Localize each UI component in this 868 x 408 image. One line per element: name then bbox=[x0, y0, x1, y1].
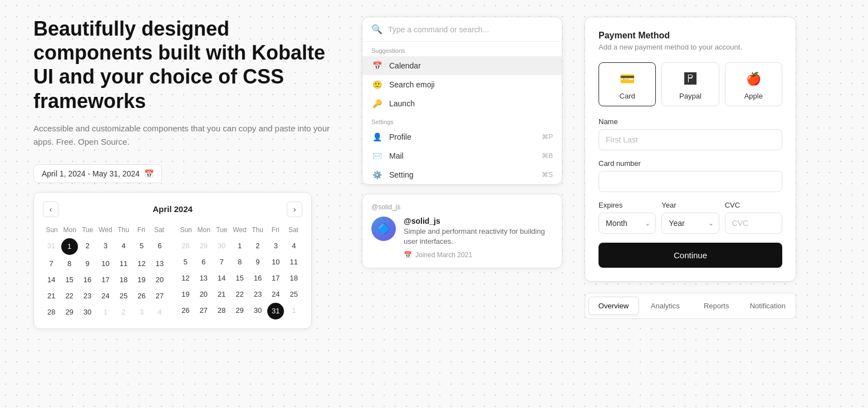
may-day-33[interactable]: 31 bbox=[267, 303, 284, 319]
may-day-2[interactable]: 30 bbox=[213, 238, 230, 253]
may-day-3[interactable]: 1 bbox=[231, 238, 248, 253]
april-day-17[interactable]: 17 bbox=[97, 272, 114, 287]
april-day-15[interactable]: 15 bbox=[61, 272, 77, 287]
april-day-11[interactable]: 11 bbox=[115, 256, 132, 271]
april-day-19[interactable]: 19 bbox=[133, 272, 150, 287]
may-day-5[interactable]: 3 bbox=[267, 238, 284, 253]
may-day-18[interactable]: 16 bbox=[249, 271, 266, 286]
may-day-17[interactable]: 15 bbox=[231, 271, 248, 286]
april-day-10[interactable]: 10 bbox=[97, 256, 114, 271]
april-day-31[interactable]: 1 bbox=[97, 304, 114, 319]
command-item-mail[interactable]: ✉️ Mail ⌘B bbox=[362, 146, 562, 165]
card-number-input[interactable] bbox=[599, 171, 782, 192]
april-day-30[interactable]: 30 bbox=[79, 304, 96, 319]
april-day-8[interactable]: 8 bbox=[61, 256, 77, 271]
tab-analytics[interactable]: Analytics bbox=[641, 297, 690, 315]
may-day-15[interactable]: 13 bbox=[195, 271, 212, 286]
may-day-13[interactable]: 11 bbox=[286, 254, 302, 269]
cvc-input[interactable] bbox=[725, 213, 782, 234]
april-day-21[interactable]: 21 bbox=[43, 288, 60, 303]
april-day-24[interactable]: 24 bbox=[97, 288, 114, 303]
tab-notification[interactable]: Notification bbox=[743, 297, 792, 315]
may-day-11[interactable]: 9 bbox=[249, 254, 266, 269]
april-day-3[interactable]: 3 bbox=[97, 238, 114, 255]
may-day-25[interactable]: 23 bbox=[249, 287, 266, 302]
may-day-22[interactable]: 20 bbox=[195, 287, 212, 302]
april-day-18[interactable]: 18 bbox=[115, 272, 132, 287]
continue-button[interactable]: Continue bbox=[599, 243, 782, 268]
may-day-6[interactable]: 4 bbox=[286, 238, 302, 253]
payment-method-card[interactable]: 💳 Card bbox=[599, 62, 656, 106]
april-day-16[interactable]: 16 bbox=[79, 272, 96, 287]
april-day-22[interactable]: 22 bbox=[61, 288, 77, 303]
payment-method-paypal[interactable]: 🅿 Paypal bbox=[661, 62, 719, 106]
may-day-8[interactable]: 6 bbox=[195, 254, 212, 269]
april-day-4[interactable]: 4 bbox=[115, 238, 132, 255]
may-day-12[interactable]: 10 bbox=[267, 254, 284, 269]
may-day-26[interactable]: 24 bbox=[267, 287, 284, 302]
may-day-31[interactable]: 29 bbox=[231, 303, 248, 319]
card-icon: 💳 bbox=[620, 72, 635, 86]
may-day-34[interactable]: 1 bbox=[286, 303, 302, 319]
april-day-14[interactable]: 14 bbox=[43, 272, 60, 287]
day-header-fri: Fri bbox=[133, 224, 150, 236]
may-day-9[interactable]: 7 bbox=[213, 254, 230, 269]
month-select[interactable]: Month JanFebMar AprMayJun JulAugSep OctN… bbox=[599, 213, 656, 234]
may-day-16[interactable]: 14 bbox=[213, 271, 230, 286]
april-day-5[interactable]: 5 bbox=[133, 238, 150, 255]
april-day-1[interactable]: 1 bbox=[61, 238, 78, 255]
next-month-button[interactable]: › bbox=[287, 201, 302, 217]
command-item-setting[interactable]: ⚙️ Setting ⌘S bbox=[362, 165, 562, 184]
may-day-10[interactable]: 8 bbox=[231, 254, 248, 269]
april-day-25[interactable]: 25 bbox=[115, 288, 132, 303]
april-day-32[interactable]: 2 bbox=[115, 304, 132, 319]
command-item-launch[interactable]: 🔑 Launch bbox=[362, 94, 562, 113]
april-day-28[interactable]: 28 bbox=[43, 304, 60, 319]
may-day-4[interactable]: 2 bbox=[249, 238, 266, 253]
calendar-container: ‹ April 2024 › Sun Mon Tue Wed Thu Fri S… bbox=[33, 192, 312, 329]
payment-method-apple[interactable]: 🍎 Apple bbox=[725, 62, 782, 106]
tab-reports[interactable]: Reports bbox=[692, 297, 741, 315]
may-day-28[interactable]: 26 bbox=[177, 303, 194, 319]
may-day-23[interactable]: 21 bbox=[213, 287, 230, 302]
april-day-27[interactable]: 27 bbox=[151, 288, 168, 303]
year-select[interactable]: Year 202420252026 202720282029 bbox=[661, 213, 719, 234]
april-day-29[interactable]: 29 bbox=[61, 304, 77, 319]
may-day-30[interactable]: 28 bbox=[213, 303, 230, 319]
april-day-20[interactable]: 20 bbox=[151, 272, 168, 287]
april-day-0[interactable]: 31 bbox=[43, 238, 60, 255]
april-day-13[interactable]: 13 bbox=[151, 256, 168, 271]
may-day-20[interactable]: 18 bbox=[286, 271, 302, 286]
avatar: 🔷 bbox=[371, 217, 396, 241]
april-day-34[interactable]: 4 bbox=[151, 304, 168, 319]
may-day-19[interactable]: 17 bbox=[267, 271, 284, 286]
april-day-2[interactable]: 2 bbox=[79, 238, 96, 255]
name-input[interactable] bbox=[599, 129, 782, 150]
may-day-header-wed: Wed bbox=[231, 224, 248, 236]
april-day-7[interactable]: 7 bbox=[43, 256, 60, 271]
april-day-12[interactable]: 12 bbox=[133, 256, 150, 271]
command-search-input[interactable] bbox=[388, 25, 553, 34]
prev-month-button[interactable]: ‹ bbox=[43, 201, 58, 217]
command-item-profile[interactable]: 👤 Profile ⌘P bbox=[362, 127, 562, 146]
may-day-21[interactable]: 19 bbox=[177, 287, 194, 302]
tab-overview[interactable]: Overview bbox=[589, 297, 639, 315]
april-day-23[interactable]: 23 bbox=[79, 288, 96, 303]
may-day-29[interactable]: 27 bbox=[195, 303, 212, 319]
command-item-calendar[interactable]: 📅 Calendar bbox=[362, 56, 562, 75]
april-day-26[interactable]: 26 bbox=[133, 288, 150, 303]
may-day-7[interactable]: 5 bbox=[177, 254, 194, 269]
may-day-1[interactable]: 29 bbox=[195, 238, 212, 253]
may-day-14[interactable]: 12 bbox=[177, 271, 194, 286]
may-day-27[interactable]: 25 bbox=[286, 287, 302, 302]
may-day-32[interactable]: 30 bbox=[249, 303, 266, 319]
april-day-6[interactable]: 6 bbox=[151, 238, 168, 255]
date-range-input[interactable]: April 1, 2024 - May 31, 2024 📅 bbox=[33, 164, 162, 183]
command-item-emoji[interactable]: 🙂 Search emoji bbox=[362, 75, 562, 94]
may-day-24[interactable]: 22 bbox=[231, 287, 248, 302]
april-day-9[interactable]: 9 bbox=[79, 256, 96, 271]
left-section: Beautifully designed components built wi… bbox=[33, 17, 340, 329]
april-day-33[interactable]: 3 bbox=[133, 304, 150, 319]
profile-shortcut: ⌘P bbox=[542, 133, 553, 141]
may-day-0[interactable]: 28 bbox=[177, 238, 194, 253]
